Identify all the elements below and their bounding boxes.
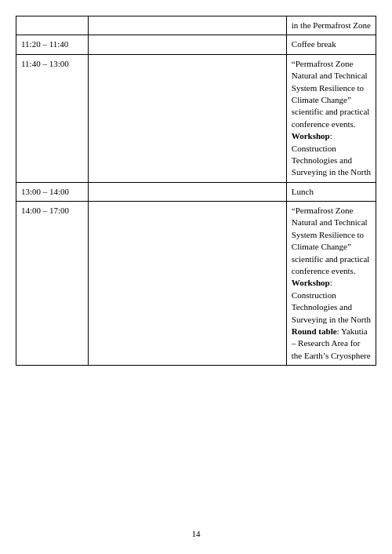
cell-text-intro: “Permafrost Zone Natural and Technical S… [292,59,370,129]
schedule-table: in the Permafrost Zone 11:20 – 11:40 Cof… [16,16,376,366]
right-cell: “Permafrost Zone Natural and Technical S… [286,54,376,182]
table-row: in the Permafrost Zone [16,16,376,35]
page-number: 14 [0,529,392,538]
cell-text: in the Permafrost Zone [292,20,371,30]
time-cell: 13:00 – 14:00 [16,182,89,201]
time-label: 14:00 – 17:00 [21,206,69,215]
table-row: 11:40 – 13:00 “Permafrost Zone Natural a… [16,54,376,182]
workshop-label: Workshop [292,131,330,140]
time-cell: 11:40 – 13:00 [16,54,89,182]
roundtable-label: Round table [292,326,337,336]
time-label: 13:00 – 14:00 [21,187,69,196]
workshop-label: Workshop [292,278,330,287]
table-row: 14:00 – 17:00 “Permafrost Zone Natural a… [16,202,376,366]
right-cell: in the Permafrost Zone [286,16,376,35]
left-cell [89,16,286,35]
cell-text-intro: “Permafrost Zone Natural and Technical S… [292,206,370,275]
right-cell: Coffee break [286,35,376,54]
left-cell [89,182,286,201]
table-row: 11:20 – 11:40 Coffee break [16,35,376,54]
cell-text: Lunch [292,187,314,196]
time-cell: 14:00 – 17:00 [16,202,89,366]
right-cell: “Permafrost Zone Natural and Technical S… [286,202,376,366]
cell-text: Coffee break [292,39,336,49]
left-cell [89,35,286,54]
right-cell: Lunch [286,182,376,201]
time-label: 11:40 – 13:00 [21,59,69,68]
left-cell [89,202,286,366]
table-row: 13:00 – 14:00 Lunch [16,182,376,201]
time-cell: 11:20 – 11:40 [16,35,89,54]
left-cell [89,54,286,182]
time-cell [16,16,89,35]
time-label: 11:20 – 11:40 [21,39,68,49]
page: in the Permafrost Zone 11:20 – 11:40 Cof… [0,0,392,554]
